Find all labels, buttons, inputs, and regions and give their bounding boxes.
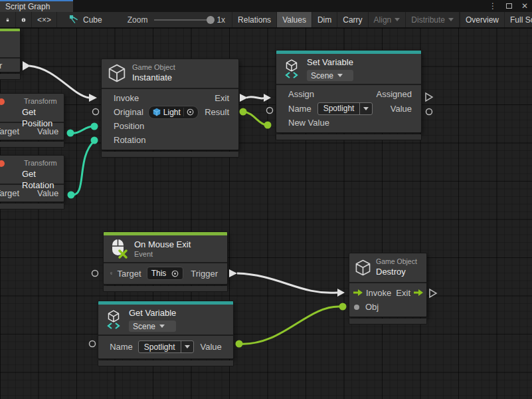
object-picker-icon[interactable] [183, 108, 197, 116]
wire-value-to-obj[interactable] [239, 307, 340, 344]
output-exit-label: Exit [215, 93, 229, 103]
carry-toggle[interactable]: Carry [337, 12, 368, 27]
overview-button[interactable]: Overview [460, 12, 505, 27]
input-invoke-label: Invoke [366, 288, 391, 298]
tab-script-graph[interactable]: Script Graph [0, 0, 73, 12]
game-object-cube-icon [355, 259, 371, 276]
chevron-down-icon [159, 325, 165, 328]
variable-scope-dropdown[interactable]: Scene [129, 321, 176, 332]
output-value-label: Value [391, 104, 412, 114]
input-target-label: Target [0, 126, 19, 136]
node-title: Get Variable [129, 307, 176, 319]
wire-position-value[interactable] [70, 126, 94, 133]
game-object-cube-icon [110, 268, 112, 279]
output-value-label: Value [37, 126, 58, 136]
port-setvariable-value-out[interactable] [426, 109, 432, 115]
port-instantiate-result-out[interactable] [240, 108, 247, 116]
port-destroy-obj-in[interactable] [339, 303, 347, 311]
zoom-label: Zoom [128, 15, 148, 25]
variable-scope-dropdown[interactable]: Scene [307, 70, 353, 81]
zoom-slider[interactable] [154, 19, 211, 21]
output-trigger-label: Trigger [191, 269, 218, 279]
zoom-control: Zoom 1x [106, 12, 232, 27]
node-get-rotation[interactable]: Transform Get Rotation Target Value [0, 155, 64, 209]
node-get-position[interactable]: Transform Get Position Target Value [0, 93, 64, 148]
node-category: Transform [24, 159, 57, 168]
graph-name: Cube [83, 15, 102, 25]
maximize-icon[interactable] [504, 0, 513, 12]
output-value-label: Value [37, 188, 58, 198]
port-setvariable-assigned-out[interactable] [426, 93, 432, 101]
chevron-down-icon [395, 18, 400, 21]
input-original-label: Original [114, 107, 143, 117]
code-preview-button[interactable]: <×> [32, 12, 57, 27]
port-event-trigger-out[interactable] [23, 61, 31, 70]
game-object-cube-icon [108, 64, 126, 82]
info-icon [21, 15, 26, 25]
script-graph-window: Script Graph ⋮ ✕ <×> [0, 0, 532, 399]
output-assigned-label: Assigned [377, 89, 412, 99]
input-obj-label: Obj [365, 302, 379, 312]
port-instantiate-rotation-in[interactable] [91, 137, 98, 144]
port-setvariable-name-in[interactable] [267, 108, 273, 114]
variable-name-dropdown[interactable]: Spotlight [317, 102, 373, 115]
port-instantiate-original-in[interactable] [93, 109, 99, 115]
distribute-dropdown[interactable]: Distribute [406, 12, 460, 27]
graph-icon [69, 15, 79, 25]
output-exit-label: Exit [396, 288, 410, 298]
node-subtitle: Event [134, 250, 191, 259]
node-instantiate[interactable]: Game Object Instantiate Invoke Exit Orig… [101, 59, 239, 158]
node-on-mouse-exit[interactable]: On Mouse Exit Event Target This [103, 231, 228, 292]
prefab-icon [153, 108, 161, 116]
object-picker-icon[interactable] [169, 269, 181, 278]
node-set-variable[interactable]: Set Variable Scene Assign Assigned Name [276, 50, 422, 140]
port-setvariable-assign-in[interactable] [264, 94, 271, 102]
target-object-field[interactable]: This [147, 267, 184, 280]
transform-icon [0, 98, 5, 105]
node-title: Set Variable [307, 57, 353, 68]
port-setvariable-newvalue-in[interactable] [264, 122, 272, 129]
original-object-field[interactable]: Light [148, 106, 199, 119]
align-dropdown[interactable]: Align [369, 12, 406, 27]
port-getvariable-name-in[interactable] [90, 341, 96, 347]
lock-button[interactable] [0, 12, 16, 27]
lock-icon [5, 15, 10, 25]
relations-toggle[interactable]: Relations [232, 12, 277, 27]
full-screen-button[interactable]: Full Screen [505, 12, 532, 27]
chevron-down-icon [448, 18, 454, 21]
node-destroy[interactable]: Game Object Destroy Invoke Exit [349, 253, 427, 325]
port-getrotation-value-out[interactable] [68, 192, 75, 199]
wire-exit-to-assign[interactable] [246, 96, 265, 98]
variable-icon [105, 310, 122, 329]
port-mouseexit-trigger-out[interactable] [229, 269, 237, 277]
output-value-label: Value [201, 342, 222, 352]
variable-name-dropdown[interactable]: Spotlight [138, 340, 194, 353]
flow-in-arrow-icon [353, 288, 363, 297]
port-mouseexit-target-in[interactable] [92, 271, 98, 277]
port-getvariable-value-out[interactable] [236, 340, 243, 348]
zoom-slider-knob[interactable] [207, 16, 215, 24]
kebab-menu-icon[interactable]: ⋮ [488, 0, 497, 12]
port-destroy-invoke-in[interactable] [337, 289, 345, 297]
graph-canvas[interactable]: r Transform Get Position Target Value [0, 28, 532, 399]
port-instantiate-exit-out[interactable] [240, 94, 248, 102]
info-button[interactable] [16, 12, 32, 27]
port-destroy-exit-out[interactable] [430, 289, 436, 297]
wire-result-to-newvalue[interactable] [243, 112, 266, 125]
dim-toggle[interactable]: Dim [312, 12, 337, 27]
tab-title: Script Graph [5, 2, 50, 11]
wire-trigger-to-invoke[interactable] [237, 273, 337, 293]
port-getposition-value-out[interactable] [67, 130, 74, 137]
port-instantiate-position-in[interactable] [91, 123, 98, 130]
input-name-label: Name [110, 342, 133, 352]
object-field-value: Light [163, 108, 181, 117]
code-glyph: <×> [37, 15, 51, 25]
values-toggle[interactable]: Values [277, 12, 312, 27]
node-get-variable[interactable]: Get Variable Scene Name Spotlight Value [98, 301, 234, 366]
wire-rotation-value[interactable] [71, 141, 94, 195]
zoom-value: 1x [217, 15, 225, 25]
close-icon[interactable]: ✕ [520, 0, 529, 12]
output-result-label: Result [205, 107, 229, 117]
node-offscreen-event[interactable]: r [0, 28, 21, 80]
port-instantiate-invoke-in[interactable] [89, 94, 97, 102]
